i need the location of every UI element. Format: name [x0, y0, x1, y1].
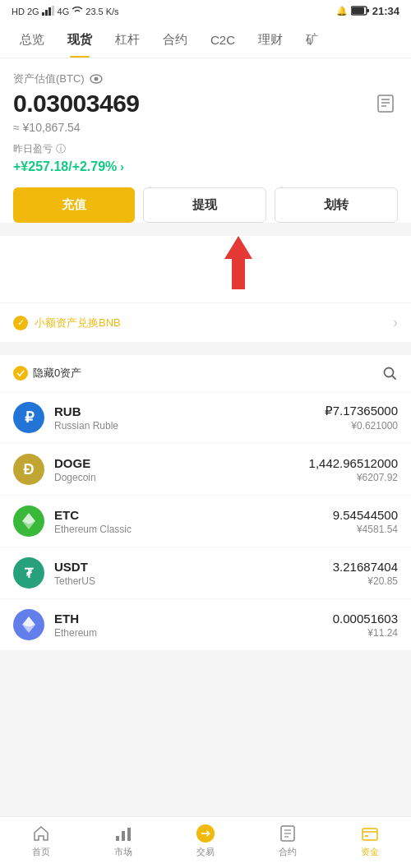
usdt-name: USDT: [54, 560, 333, 574]
doge-symbol: Ð: [24, 461, 35, 478]
rub-amounts: ₽7.17365000 ¥0.621000: [325, 404, 398, 432]
asset-item-etc[interactable]: ETC Ethereum Classic 9.54544500 ¥4581.54: [0, 495, 411, 547]
eth-fullname: Ethereum: [54, 627, 333, 639]
bnb-label: 小额资产兑换BNB: [35, 316, 121, 330]
nav-funds-label: 资金: [361, 846, 379, 858]
etc-amount: 9.54544500: [333, 508, 398, 522]
svg-rect-21: [122, 831, 125, 841]
eth-info: ETH Ethereum: [54, 612, 333, 639]
etc-amounts: 9.54544500 ¥4581.54: [333, 508, 398, 535]
usdt-cny: ¥20.85: [333, 575, 398, 587]
asset-item-eth[interactable]: ETH Ethereum 0.00051603 ¥11.24: [0, 598, 411, 650]
svg-rect-28: [363, 829, 377, 840]
home-icon: [31, 824, 51, 843]
status-2g: 2G: [27, 7, 39, 16]
svg-rect-3: [52, 6, 54, 16]
trade-icon: [196, 824, 215, 843]
tab-finance[interactable]: 理财: [247, 22, 294, 58]
asset-label-text: 资产估值(BTC): [13, 72, 85, 86]
info-icon[interactable]: ⓘ: [56, 142, 66, 156]
status-speed: 23.5 K/s: [85, 7, 118, 16]
tab-overview[interactable]: 总览: [8, 22, 56, 58]
rub-name: RUB: [54, 404, 325, 418]
alarm-icon: 🔔: [336, 6, 348, 16]
asset-item-usdt[interactable]: ₮ USDT TetherUS 3.21687404 ¥20.85: [0, 547, 411, 598]
tab-c2c[interactable]: C2C: [199, 23, 247, 57]
pnl-amount: +¥257.18/+2.79%: [13, 159, 117, 174]
asset-list-section: 隐藏0资产 ₽ RUB Russian Ruble ₽7.17365000 ¥0…: [0, 355, 411, 650]
svg-rect-6: [367, 9, 369, 12]
nav-funds[interactable]: 资金: [352, 824, 388, 858]
eth-cny: ¥11.24: [333, 627, 398, 639]
status-time: 21:34: [372, 5, 399, 17]
pnl-chevron[interactable]: ›: [120, 160, 124, 173]
hide-zero-toggle[interactable]: 隐藏0资产: [13, 366, 81, 381]
etc-info: ETC Ethereum Classic: [54, 508, 333, 535]
svg-rect-5: [352, 7, 364, 14]
svg-rect-22: [127, 828, 131, 841]
pnl-value: +¥257.18/+2.79% ›: [13, 159, 398, 174]
transfer-button[interactable]: 划转: [275, 187, 398, 223]
usdt-icon: ₮: [13, 557, 44, 589]
tab-mining[interactable]: 矿: [294, 22, 330, 58]
etc-icon: [13, 506, 44, 537]
status-wifi: [72, 7, 83, 16]
rub-info: RUB Russian Ruble: [54, 404, 325, 432]
nav-trade[interactable]: 交易: [187, 824, 224, 858]
arrow-annotation: [218, 236, 259, 293]
doge-info: DOGE Dogecoin: [54, 456, 309, 483]
eth-name: ETH: [54, 612, 333, 626]
doge-amount: 1,442.96512000: [309, 456, 398, 470]
arrow-up-svg: [218, 236, 259, 289]
doge-cny: ¥6207.92: [309, 472, 398, 483]
rub-cny: ¥0.621000: [325, 420, 398, 432]
nav-trade-label: 交易: [196, 846, 215, 858]
bottom-nav: 首页 市场 交易 合约: [0, 816, 411, 868]
asset-item-rub[interactable]: ₽ RUB Russian Ruble ₽7.17365000 ¥0.62100…: [0, 391, 411, 443]
bottom-padding: [0, 650, 411, 708]
bnb-chevron[interactable]: ›: [393, 314, 398, 331]
doge-icon: Ð: [13, 454, 44, 485]
nav-home[interactable]: 首页: [23, 824, 59, 858]
funds-icon: [360, 824, 380, 843]
hide-zero-label: 隐藏0资产: [33, 366, 81, 381]
check-circle-icon: ✓: [13, 316, 28, 330]
etc-fullname: Ethereum Classic: [54, 524, 333, 535]
bnb-banner[interactable]: ✓ 小额资产兑换BNB ›: [0, 302, 411, 342]
rub-symbol: ₽: [25, 409, 34, 427]
svg-line-15: [392, 376, 395, 379]
nav-market[interactable]: 市场: [105, 824, 141, 858]
status-hd: HD: [12, 7, 25, 16]
asset-label: 资产估值(BTC): [13, 72, 398, 86]
svg-rect-2: [48, 7, 51, 16]
search-icon[interactable]: [381, 365, 398, 381]
eye-icon[interactable]: [90, 72, 103, 85]
svg-rect-1: [45, 10, 48, 16]
tab-spot[interactable]: 现货: [56, 22, 104, 58]
asset-cny-approx: ≈ ¥10,867.54: [13, 121, 398, 134]
status-left: HD 2G 4G 23.5 K/s: [12, 6, 119, 17]
nav-tabs: 总览 现货 杠杆 合约 C2C 理财 矿: [0, 22, 411, 58]
eth-symbol: [21, 615, 36, 635]
tab-leverage[interactable]: 杠杆: [104, 22, 151, 58]
asset-value-row: 0.03003469: [13, 90, 398, 118]
tab-contract[interactable]: 合约: [151, 22, 199, 58]
svg-rect-9: [378, 95, 393, 112]
contract-icon: [278, 824, 298, 843]
pnl-label: 昨日盈亏 ⓘ: [13, 142, 398, 156]
nav-contract[interactable]: 合约: [270, 824, 306, 858]
pnl-label-text: 昨日盈亏: [13, 142, 53, 156]
svg-rect-0: [42, 12, 44, 16]
doge-name: DOGE: [54, 456, 309, 470]
asset-section: 资产估值(BTC) 0.03003469 ≈ ¥10,867.54 昨日盈亏 ⓘ: [0, 58, 411, 223]
deposit-button[interactable]: 充值: [13, 187, 135, 223]
status-4g: 4G: [58, 7, 70, 16]
withdraw-button[interactable]: 提现: [143, 187, 266, 223]
usdt-info: USDT TetherUS: [54, 560, 333, 587]
approx-sign: ≈: [13, 121, 20, 134]
receipt-icon[interactable]: [373, 91, 398, 116]
etc-name: ETC: [54, 508, 333, 522]
asset-item-doge[interactable]: Ð DOGE Dogecoin 1,442.96512000 ¥6207.92: [0, 443, 411, 495]
svg-marker-13: [224, 236, 252, 289]
btc-value: 0.03003469: [13, 90, 140, 118]
